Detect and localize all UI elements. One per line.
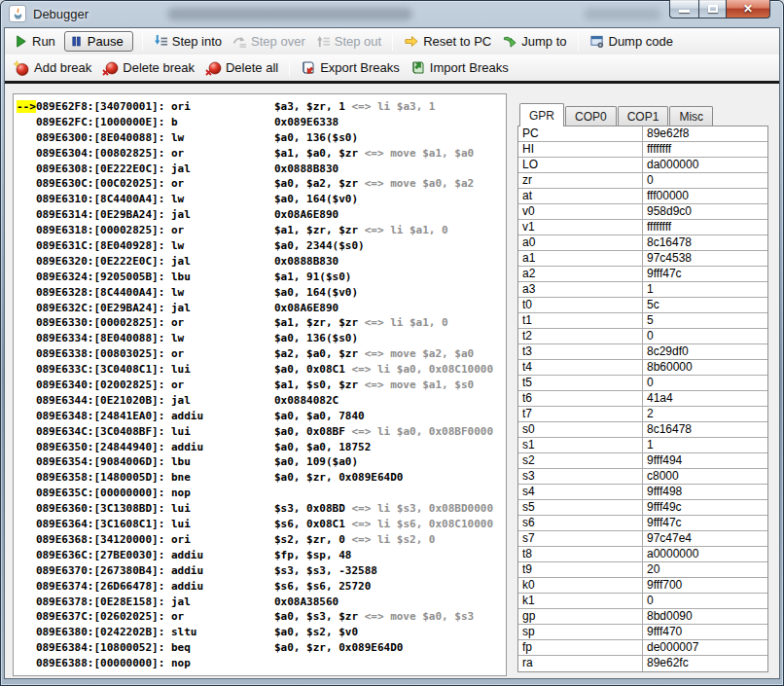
register-value[interactable]: 9fff470 xyxy=(643,625,767,639)
register-value[interactable]: 5c xyxy=(643,298,767,312)
asm-line[interactable]: 089E6338:[00803025]: or $a2, $a0, $zr <=… xyxy=(17,346,506,362)
register-value[interactable]: 97c4538 xyxy=(643,251,767,266)
asm-line[interactable]: 089E6350:[24844940]: addiu $a0, $a0, 187… xyxy=(17,440,506,455)
tab-misc[interactable]: Misc xyxy=(669,106,713,126)
register-value[interactable]: 8b60000 xyxy=(643,360,767,375)
asm-line[interactable]: 089E6358:[1480005D]: bne $a0, $zr, 0x089… xyxy=(17,470,506,486)
asm-line[interactable]: 089E6334:[8E040088]: lw $a0, 136($s0) xyxy=(17,331,506,346)
pause-button[interactable]: Pause xyxy=(64,31,133,52)
asm-line[interactable]: 089E631C:[8E040928]: lw $a0, 2344($s0) xyxy=(17,238,506,254)
asm-line[interactable]: 089E6368:[34120000]: ori $s2, $zr, 0 <=>… xyxy=(17,532,506,548)
asm-line[interactable]: 089E630C:[00C02025]: or $a0, $a2, $zr <=… xyxy=(17,176,506,192)
asm-line[interactable]: 089E637C:[02602025]: or $a0, $s3, $zr <=… xyxy=(17,609,506,625)
export-breaks-button[interactable]: Export Breaks xyxy=(299,58,402,78)
asm-line[interactable]: 089E6304:[00802825]: or $a1, $a0, $zr <=… xyxy=(17,146,506,162)
asm-line[interactable]: 089E635C:[00000000]: nop xyxy=(17,486,506,501)
asm-line[interactable]: 089E6300:[8E040088]: lw $a0, 136($s0) xyxy=(17,130,506,146)
tab-cop1[interactable]: COP1 xyxy=(618,106,669,126)
register-value[interactable]: 97c47e4 xyxy=(643,531,767,546)
step-out-button[interactable]: Step out xyxy=(314,32,383,51)
delete-all-breaks-button[interactable]: Delete all xyxy=(203,58,280,78)
register-value[interactable]: 0 xyxy=(643,329,767,343)
asm-line[interactable]: 089E6320:[0E222E0C]: jal 0x0888B830 xyxy=(17,254,506,270)
titlebar[interactable]: Debugger ✕ xyxy=(0,0,784,27)
register-value[interactable]: 0 xyxy=(643,376,767,390)
register-value[interactable]: de000007 xyxy=(643,640,767,655)
register-value[interactable]: 8c16478 xyxy=(643,235,767,250)
asm-line[interactable]: 089E6308:[0E222E0C]: jal 0x0888B830 xyxy=(17,162,506,177)
register-value[interactable]: 5 xyxy=(643,313,767,328)
register-value[interactable]: ffffffff xyxy=(643,142,767,157)
asm-line[interactable]: 089E6388:[00000000]: nop xyxy=(17,656,506,671)
asm-line[interactable]: 089E6328:[8C4400A4]: lw $a0, 164($v0) xyxy=(17,285,506,301)
register-value[interactable]: 20 xyxy=(643,562,767,577)
asm-line[interactable]: 089E6310:[8C4400A4]: lw $a0, 164($v0) xyxy=(17,192,506,207)
register-value[interactable]: 0 xyxy=(643,594,767,608)
asm-line[interactable]: 089E6324:[9205005B]: lbu $a1, 91($s0) xyxy=(17,270,506,285)
register-value[interactable]: 9fff47c xyxy=(643,516,767,530)
asm-line[interactable]: 089E636C:[27BE0030]: addiu $fp, $sp, 48 xyxy=(17,548,506,563)
asm-line[interactable]: 089E634C:[3C0408BF]: lui $a0, 0x08BF <=>… xyxy=(17,424,506,440)
register-row: s3c8000 xyxy=(518,469,767,485)
delete-break-button[interactable]: Delete break xyxy=(100,58,196,78)
tab-gpr[interactable]: GPR xyxy=(519,103,564,126)
maximize-button[interactable] xyxy=(698,0,726,18)
register-value[interactable]: 1 xyxy=(643,438,767,452)
register-value[interactable]: 8c29df0 xyxy=(643,344,767,359)
asm-line[interactable]: 089E6340:[02002825]: or $a1, $s0, $zr <=… xyxy=(17,378,506,393)
register-value[interactable]: ffffffff xyxy=(643,220,767,235)
asm-line[interactable]: 089E6384:[10800052]: beq $a0, $zr, 0x089… xyxy=(17,640,506,656)
asm-line[interactable]: 089E6380:[0242202B]: sltu $a0, $s2, $v0 xyxy=(17,625,506,640)
asm-line[interactable]: 089E6360:[3C1308BD]: lui $s3, 0x08BD <=>… xyxy=(17,501,506,517)
import-breaks-button[interactable]: Import Breaks xyxy=(409,58,511,78)
step-into-button[interactable]: Step into xyxy=(152,32,224,51)
minimize-button[interactable] xyxy=(669,0,698,18)
register-value[interactable]: 89e62fc xyxy=(643,656,767,671)
step-over-button[interactable]: Step over xyxy=(231,32,307,51)
dump-code-button[interactable]: Dump code xyxy=(588,32,675,51)
asm-line[interactable]: 089E6330:[00002825]: or $a1, $zr, $zr <=… xyxy=(17,315,506,331)
add-break-button[interactable]: Add break xyxy=(12,58,93,78)
jump-to-button[interactable]: Jump to xyxy=(500,32,568,51)
register-value[interactable]: 2 xyxy=(643,407,767,421)
asm-line[interactable]: 089E6354:[9084006D]: lbu $a0, 109($a0) xyxy=(17,454,506,470)
asm-line[interactable]: 089E6374:[26D66478]: addiu $s6, $s6, 257… xyxy=(17,579,506,595)
reset-to-pc-button[interactable]: Reset to PC xyxy=(402,32,493,51)
disassembly-list[interactable]: -->089E62F8:[34070001]: ori $a3, $zr, 1 … xyxy=(13,93,507,676)
register-value[interactable]: 8c16478 xyxy=(643,422,767,437)
asm-mnemonic: or xyxy=(171,316,274,329)
register-row: k10 xyxy=(518,594,767,609)
tab-cop0[interactable]: COP0 xyxy=(565,106,617,126)
register-value[interactable]: da000000 xyxy=(643,158,767,172)
close-button[interactable]: ✕ xyxy=(726,0,770,18)
register-value[interactable]: 9fff498 xyxy=(643,485,767,499)
asm-operands: $a1, $zr, $zr xyxy=(274,316,358,329)
asm-line[interactable]: 089E6364:[3C1608C1]: lui $s6, 0x08C1 <=>… xyxy=(17,517,506,532)
register-value[interactable]: c8000 xyxy=(643,469,767,484)
asm-line[interactable]: 089E6348:[24841EA0]: addiu $a0, $a0, 784… xyxy=(17,409,506,424)
asm-line[interactable]: 089E6370:[267380B4]: addiu $s3, $s3, -32… xyxy=(17,563,506,579)
register-value[interactable]: 0 xyxy=(643,173,767,188)
register-value[interactable]: 9fff47c xyxy=(643,267,767,281)
register-value[interactable]: 1 xyxy=(643,282,767,297)
register-value[interactable]: 8bd0090 xyxy=(643,609,767,624)
asm-line[interactable]: 089E62FC:[1000000E]: b 0x089E6338 xyxy=(17,115,506,130)
register-value[interactable]: 9fff494 xyxy=(643,453,767,468)
asm-line[interactable]: 089E632C:[0E29BA24]: jal 0x08A6E890 xyxy=(17,301,506,316)
register-value[interactable]: 958d9c0 xyxy=(643,204,767,219)
register-name: t1 xyxy=(518,313,643,328)
run-button[interactable]: Run xyxy=(12,32,57,51)
register-value[interactable]: a0000000 xyxy=(643,547,767,561)
asm-line[interactable]: 089E633C:[3C0408C1]: lui $a0, 0x08C1 <=>… xyxy=(17,362,506,378)
register-value[interactable]: 9fff700 xyxy=(643,578,767,593)
register-value[interactable]: 9fff49c xyxy=(643,500,767,515)
asm-line[interactable]: -->089E62F8:[34070001]: ori $a3, $zr, 1 … xyxy=(17,99,506,115)
asm-line[interactable]: 089E6344:[0E21020B]: jal 0x0884082C xyxy=(17,393,506,409)
register-value[interactable]: fff00000 xyxy=(643,189,767,203)
asm-mnemonic: ori xyxy=(171,100,274,113)
register-value[interactable]: 41a4 xyxy=(643,391,767,406)
asm-line[interactable]: 089E6314:[0E29BA24]: jal 0x08A6E890 xyxy=(17,207,506,223)
register-value[interactable]: 89e62f8 xyxy=(643,126,767,141)
asm-line[interactable]: 089E6378:[0E28E158]: jal 0x08A38560 xyxy=(17,595,506,610)
asm-line[interactable]: 089E6318:[00002825]: or $a1, $zr, $zr <=… xyxy=(17,223,506,238)
